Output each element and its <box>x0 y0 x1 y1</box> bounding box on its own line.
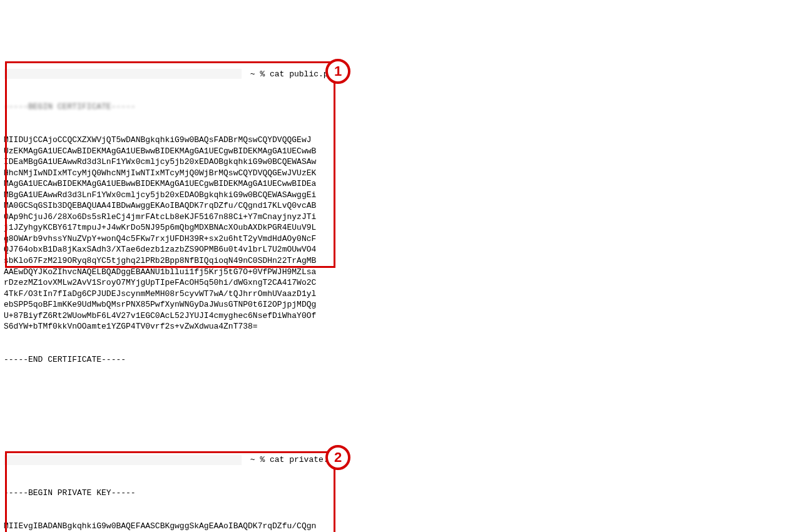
private-key-section: ~ % cat private.pem -----BEGIN PRIVATE K… <box>4 432 782 532</box>
begin-certificate-header: -----BEGIN CERTIFICATE----- <box>4 101 782 113</box>
prompt-symbol: ~ % cat public.pem <box>245 69 338 80</box>
begin-private-key-header: -----BEGIN PRIVATE KEY----- <box>4 488 782 499</box>
annotation-circle-1: 1 <box>325 59 350 84</box>
private-key-body: MIIEvgIBADANBgkqhkiG9w0BAQEFAASCBKgwggSk… <box>4 521 782 532</box>
public-cert-section: ~ % cat public.pem -----BEGIN CERTIFICAT… <box>4 46 782 409</box>
prompt-user-host-blank-2 <box>4 455 242 465</box>
public-cert-body: MIIDUjCCAjoCCQCXZXWVjQT5wDANBgkqhkiG9w0B… <box>4 135 782 332</box>
prompt-user-host-blank <box>4 69 242 79</box>
annotation-circle-2: 2 <box>325 445 350 470</box>
end-certificate-header: -----END CERTIFICATE----- <box>4 354 782 366</box>
prompt-line-2: ~ % cat private.pem <box>4 454 782 466</box>
prompt-line-1: ~ % cat public.pem <box>4 68 782 79</box>
